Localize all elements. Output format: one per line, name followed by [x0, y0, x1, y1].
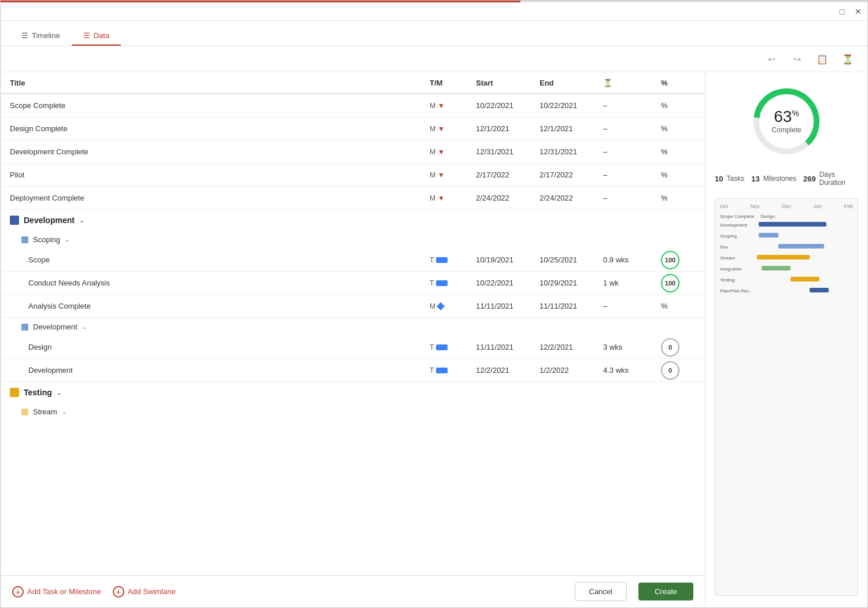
- task-bar-icon: [436, 368, 448, 373]
- close-button[interactable]: ✕: [854, 7, 863, 16]
- col-duration: ⏳: [603, 79, 661, 87]
- add-swimlane-icon: +: [113, 586, 124, 598]
- table-row: Design Complete M ▼ 12/1/2021 12/1/2021 …: [1, 117, 705, 140]
- mini-timeline-row: Development: [720, 220, 853, 229]
- row-title: Design Complete: [10, 124, 430, 133]
- milestone-icon: ▼: [438, 171, 445, 179]
- col-pct: %: [661, 79, 696, 87]
- subsection-stream[interactable]: Stream ⌄: [1, 403, 705, 421]
- stats-row: 10 Tasks 13 Milestones 269 Days Duration: [715, 170, 858, 187]
- donut-chart-wrapper: 63% Complete: [715, 84, 858, 159]
- row-title: Conduct Needs Analysis: [28, 279, 430, 287]
- mini-bar: [778, 244, 825, 249]
- mini-bar: [757, 255, 810, 259]
- donut-label: Complete: [771, 126, 801, 134]
- table-row: Scope T 10/19/2021 10/25/2021 0.9 wks 10…: [1, 249, 705, 272]
- mini-timeline-row: Scoping: [720, 231, 853, 240]
- mini-timeline: Oct Nov Dec Jan Feb Scope Complete Desig…: [715, 198, 858, 596]
- chevron-down-icon: ⌄: [57, 390, 61, 396]
- table-row: Scope Complete M ▼ 10/22/2021 10/22/2021…: [1, 94, 705, 117]
- paste-button[interactable]: 📋: [814, 51, 830, 67]
- milestone-icon: ▼: [438, 125, 445, 133]
- tasks-label: Tasks: [726, 175, 744, 183]
- timeline-icon: ☰: [21, 31, 28, 40]
- mini-bar: [810, 288, 829, 292]
- task-bar-icon: [436, 280, 448, 286]
- col-end: End: [540, 79, 603, 87]
- mini-timeline-row: Dev: [720, 242, 853, 251]
- milestone-icon: ▼: [438, 148, 445, 156]
- subsection-development-icon: [21, 324, 28, 331]
- title-bar: □ ✕: [1, 2, 867, 21]
- add-task-icon: +: [12, 586, 24, 598]
- table-row: Development Complete M ▼ 12/31/2021 12/3…: [1, 140, 705, 164]
- donut-percentage: 63%: [771, 109, 801, 125]
- data-panel: Title T/M Start End ⏳ % Scope Complete M…: [1, 72, 706, 607]
- col-start: Start: [476, 79, 540, 87]
- row-title: Scope Complete: [10, 101, 430, 110]
- mini-timeline-row: Plan/Pilot Review: [720, 286, 853, 295]
- subsection-scoping[interactable]: Scoping ⌄: [1, 231, 705, 249]
- stat-tasks: 10 Tasks: [715, 170, 744, 187]
- table-row: Conduct Needs Analysis T 10/22/2021 10/2…: [1, 272, 705, 295]
- mini-bar: [791, 277, 819, 281]
- milestone-icon: ▼: [438, 194, 445, 202]
- row-title: Pilot: [10, 170, 430, 179]
- tasks-count: 10: [715, 175, 723, 183]
- milestones-label: Milestones: [763, 175, 796, 183]
- add-swimlane-button[interactable]: + Add Swimlane: [113, 586, 176, 598]
- table-row: Analysis Complete M 11/11/2021 11/11/202…: [1, 295, 705, 318]
- progress-badge-zero: 0: [661, 338, 679, 357]
- cancel-button[interactable]: Cancel: [575, 582, 627, 601]
- mini-timeline-row: Testing: [720, 275, 853, 284]
- chevron-down-icon: ⌄: [62, 409, 67, 415]
- subsection-stream-icon: [21, 409, 28, 416]
- table-body: Scope Complete M ▼ 10/22/2021 10/22/2021…: [1, 94, 705, 575]
- mini-timeline-row: Integration: [720, 264, 853, 273]
- section-development[interactable]: Development ⌄: [1, 210, 705, 231]
- table-header: Title T/M Start End ⏳ %: [1, 72, 705, 94]
- milestones-count: 13: [751, 175, 759, 183]
- row-title: Development Complete: [10, 147, 430, 156]
- tabs-row: ☰ Timeline ☰ Data: [1, 21, 867, 46]
- section-testing-icon: [10, 388, 19, 397]
- redo-button[interactable]: ↪: [789, 51, 805, 67]
- add-task-button[interactable]: + Add Task or Milestone: [12, 586, 101, 598]
- footer-bar: + Add Task or Milestone + Add Swimlane C…: [1, 575, 705, 607]
- right-panel: 63% Complete 10 Tasks 13 Milestones 26: [706, 72, 867, 607]
- task-bar-icon: [436, 344, 448, 350]
- row-title: Development: [28, 366, 430, 375]
- chevron-down-icon: ⌄: [65, 236, 69, 243]
- stat-milestones: 13 Milestones: [751, 170, 796, 187]
- chevron-down-icon: ⌄: [79, 217, 84, 224]
- subsection-development[interactable]: Development ⌄: [1, 318, 705, 336]
- row-title: Analysis Complete: [28, 302, 430, 310]
- days-count: 269: [803, 175, 816, 183]
- donut-center: 63% Complete: [771, 109, 801, 134]
- section-development-icon: [10, 216, 19, 225]
- row-title: Scope: [28, 255, 430, 264]
- task-bar-icon: [436, 257, 448, 263]
- col-tm: T/M: [430, 79, 476, 87]
- create-button[interactable]: Create: [638, 583, 693, 600]
- row-title: Design: [28, 343, 430, 351]
- days-label: Days Duration: [819, 170, 858, 187]
- mini-bar: [759, 233, 778, 238]
- tab-data[interactable]: ☰ Data: [72, 27, 121, 46]
- tab-timeline[interactable]: ☰ Timeline: [10, 27, 72, 46]
- undo-button[interactable]: ↩: [763, 51, 780, 67]
- table-row: Development T 12/2/2021 1/2/2022 4.3 wks…: [1, 359, 705, 382]
- progress-badge-zero: 0: [661, 361, 679, 380]
- stat-days: 269 Days Duration: [803, 170, 858, 187]
- mini-label: Scope Complete Design: [720, 214, 853, 219]
- maximize-button[interactable]: □: [837, 7, 847, 16]
- table-row: Design T 11/11/2021 12/2/2021 3 wks 0: [1, 336, 705, 359]
- donut-chart: 63% Complete: [749, 84, 824, 159]
- history-button[interactable]: ⏳: [840, 51, 856, 67]
- mini-timeline-header: Oct Nov Dec Jan Feb: [720, 203, 853, 209]
- mini-bar: [759, 222, 826, 227]
- section-testing[interactable]: Testing ⌄: [1, 382, 705, 403]
- table-row: Pilot M ▼ 2/17/2022 2/17/2022 – %: [1, 164, 705, 187]
- chevron-down-icon: ⌄: [82, 324, 87, 330]
- window-controls: □ ✕: [837, 7, 863, 16]
